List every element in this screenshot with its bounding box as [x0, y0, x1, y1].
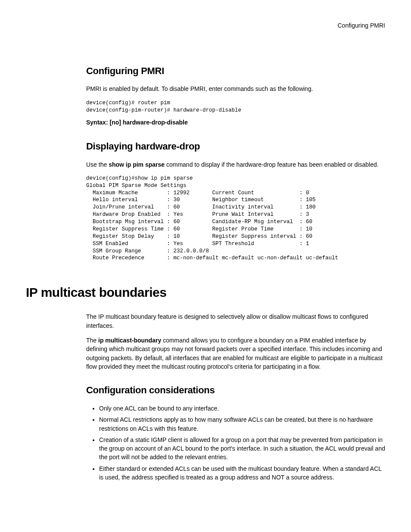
- heading-configuring-pmri: Configuring PMRI: [86, 65, 385, 78]
- list-configuration-considerations: Only one ACL can be bound to any interfa…: [86, 404, 385, 482]
- heading-displaying-hardware-drop: Displaying hardware-drop: [86, 140, 385, 153]
- para-prefix: The: [86, 337, 98, 344]
- syntax-hardware-drop: Syntax: [no] hardware-drop-disable: [86, 118, 385, 127]
- list-item: Creation of a static IGMP client is allo…: [99, 436, 385, 462]
- cmd-ip-multicast-boundary: ip multicast-boundary: [98, 337, 161, 344]
- code-configuring-pmri: device(config)# router pim device(config…: [86, 100, 385, 114]
- header-breadcrumb: Configuring PMRI: [26, 22, 385, 30]
- para-prefix: Use the: [86, 161, 109, 168]
- para-configuring-pmri: PMRI is enabled by default. To disable P…: [86, 84, 385, 93]
- list-item: Normal ACL restrictions apply as to how …: [99, 415, 385, 433]
- para-boundaries-cmd: The ip multicast-boundary command allows…: [86, 336, 385, 371]
- code-show-ip-pim-sparse: device(config)#show ip pim sparse Global…: [86, 175, 385, 262]
- para-boundaries-intro: The IP multicast boundary feature is des…: [86, 312, 385, 330]
- heading-ip-multicast-boundaries: IP multicast boundaries: [26, 283, 385, 302]
- heading-configuration-considerations: Configuration considerations: [86, 384, 385, 397]
- cmd-show-ip-pim-sparse: show ip pim sparse: [109, 161, 165, 168]
- list-item: Only one ACL can be bound to any interfa…: [99, 404, 385, 413]
- list-item: Either standard or extended ACLs can be …: [99, 464, 385, 482]
- para-displaying-hardware-drop: Use the show ip pim sparse command to di…: [86, 160, 385, 169]
- para-suffix: command to display if the hardware-drop …: [165, 161, 379, 168]
